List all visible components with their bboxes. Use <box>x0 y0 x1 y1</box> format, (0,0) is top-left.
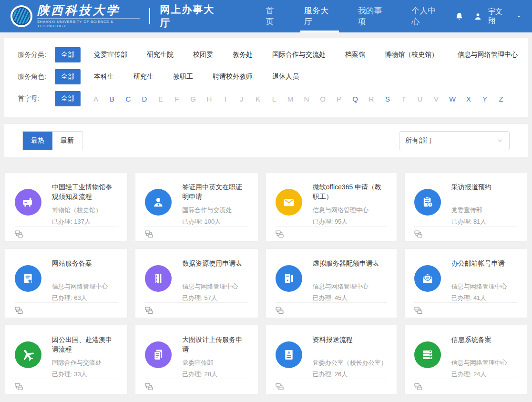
service-card[interactable]: 采访报道预约 党委宣传部 已办理: 81人 <box>404 172 527 242</box>
user-name[interactable]: 宇文翔 <box>488 7 508 25</box>
initial-letter-V[interactable]: V <box>428 95 444 103</box>
nav-item-personal-center[interactable]: 个人中心 <box>400 0 454 32</box>
initial-letter-P[interactable]: P <box>331 95 347 103</box>
service-handled-count: 已办理: 137人 <box>52 217 118 226</box>
service-card[interactable]: 微软office365 申请（教职工） 信息与网络管理中心 已办理: 95人 <box>266 172 397 242</box>
flow-icon[interactable] <box>145 230 153 238</box>
initial-letter-W[interactable]: W <box>444 95 460 103</box>
initial-letter-S[interactable]: S <box>379 95 396 103</box>
document-pages-icon <box>145 341 172 368</box>
initial-letter-A[interactable]: A <box>88 95 104 103</box>
initial-letter-B[interactable]: B <box>104 95 120 103</box>
department-select[interactable]: 所有部门 <box>399 131 510 150</box>
clipboard-clock-icon <box>414 189 441 216</box>
category-chip-2[interactable]: 研究生院 <box>141 47 180 62</box>
user-avatar-icon[interactable] <box>472 11 483 22</box>
service-card[interactable]: @ 办公邮箱帐号申请 信息与网络管理中心 已办理: 41人 <box>404 248 527 318</box>
card-divider <box>414 226 517 227</box>
service-department: 信息与网络管理中心 <box>52 282 108 291</box>
initial-letter-O[interactable]: O <box>315 95 331 103</box>
flow-icon[interactable] <box>276 230 284 238</box>
service-title[interactable]: 签证用中英文在职证明申请 <box>182 182 248 201</box>
role-chip-0[interactable]: 全部 <box>55 69 81 84</box>
service-card[interactable]: 中国轻工业博物馆参观须知及流程 博物馆（校史馆） 已办理: 137人 <box>5 172 128 242</box>
initial-letter-M[interactable]: M <box>282 95 298 103</box>
service-title[interactable]: 因公出国、赴港澳申请流程 <box>52 335 118 354</box>
service-handled-count: 已办理: 24人 <box>451 370 507 379</box>
flow-icon[interactable] <box>15 307 23 314</box>
initial-chip-all[interactable]: 全部 <box>55 91 81 106</box>
nav-item-service-hall[interactable]: 服务大厅 <box>293 0 347 32</box>
service-title[interactable]: 大图设计上传服务申请 <box>182 335 248 354</box>
role-chip-5[interactable]: 退休人员 <box>266 69 305 84</box>
notification-bell-icon[interactable] <box>454 11 465 22</box>
initial-letter-C[interactable]: C <box>120 95 136 103</box>
service-card[interactable]: 网站服务备案 信息与网络管理中心 已办理: 63人 <box>5 248 128 318</box>
nav-item-home[interactable]: 首页 <box>255 0 293 32</box>
role-chip-2[interactable]: 研究生 <box>127 69 160 84</box>
category-chip-3[interactable]: 校团委 <box>187 47 219 62</box>
initial-letter-L[interactable]: L <box>266 95 282 103</box>
service-title[interactable]: 资料报送流程 <box>313 335 387 354</box>
flow-icon[interactable] <box>276 307 284 314</box>
service-title[interactable]: 办公邮箱帐号申请 <box>451 258 507 278</box>
role-chip-3[interactable]: 教职工 <box>167 69 199 84</box>
role-chip-1[interactable]: 本科生 <box>88 69 120 84</box>
category-chip-0[interactable]: 全部 <box>55 47 81 62</box>
chevron-down-icon[interactable] <box>516 14 522 19</box>
flow-icon[interactable] <box>276 383 284 391</box>
initial-letter-Z[interactable]: Z <box>493 95 509 103</box>
service-card[interactable]: 虚拟服务器配额申请表 信息与网络管理中心 已办理: 45人 <box>266 248 397 318</box>
tab-hottest[interactable]: 最热 <box>23 132 52 150</box>
initial-letter-G[interactable]: G <box>185 95 201 103</box>
role-chip-4[interactable]: 聘请校外教师 <box>206 69 259 84</box>
notebook-icon <box>145 265 172 292</box>
service-title[interactable]: 数据资源使用申请表 <box>182 258 242 278</box>
initial-letter-E[interactable]: E <box>153 95 169 103</box>
initial-letter-I[interactable]: I <box>217 95 234 103</box>
service-card[interactable]: 因公出国、赴港澳申请流程 国际合作与交流处 已办理: 33人 <box>5 325 128 394</box>
service-card[interactable]: 大图设计上传服务申请 党委宣传部 已办理: 28人 <box>135 325 258 394</box>
service-title[interactable]: 采访报道预约 <box>451 182 491 201</box>
service-card[interactable]: 信息系统备案 信息与网络管理中心 已办理: 24人 <box>404 325 527 394</box>
category-chip-8[interactable]: 信息与网络管理中心 <box>451 47 524 62</box>
initial-letter-J[interactable]: J <box>234 95 250 103</box>
category-chip-4[interactable]: 教务处 <box>226 47 259 62</box>
service-title[interactable]: 微软office365 申请（教职工） <box>313 182 387 201</box>
category-chip-7[interactable]: 博物馆（校史馆） <box>379 47 444 62</box>
initial-letter-N[interactable]: N <box>298 95 315 103</box>
initial-letter-T[interactable]: T <box>396 95 412 103</box>
service-title[interactable]: 虚拟服务器配额申请表 <box>313 258 379 278</box>
flow-icon[interactable] <box>414 307 422 314</box>
service-card[interactable]: 数据资源使用申请表 信息与网络管理中心 已办理: 57人 <box>135 248 258 318</box>
initial-letter-Q[interactable]: Q <box>347 95 363 103</box>
category-chip-5[interactable]: 国际合作与交流处 <box>266 47 332 62</box>
card-divider <box>276 302 387 303</box>
document-a-icon: A <box>276 341 302 368</box>
initial-letter-R[interactable]: R <box>363 95 379 103</box>
service-title[interactable]: 网站服务备案 <box>52 258 108 278</box>
initial-letter-D[interactable]: D <box>136 95 153 103</box>
category-chip-6[interactable]: 档案馆 <box>339 47 371 62</box>
service-card[interactable]: A 资料报送流程 党委办公室（校长办公室） 已办理: 26人 <box>266 325 397 394</box>
flow-icon[interactable] <box>15 383 23 391</box>
initial-letter-H[interactable]: H <box>201 95 217 103</box>
flow-icon[interactable] <box>15 230 23 238</box>
flow-icon[interactable] <box>145 383 153 391</box>
category-chip-1[interactable]: 党委宣传部 <box>88 47 133 62</box>
flow-icon[interactable] <box>145 307 153 314</box>
card-divider <box>414 302 517 303</box>
initial-letter-F[interactable]: F <box>169 95 185 103</box>
sort-toggle: 最热 最新 <box>22 131 82 150</box>
flow-icon[interactable] <box>414 383 422 391</box>
service-title[interactable]: 信息系统备案 <box>451 335 507 354</box>
flow-icon[interactable] <box>414 230 422 238</box>
tab-newest[interactable]: 最新 <box>52 132 82 150</box>
initial-letter-X[interactable]: X <box>460 95 477 103</box>
initial-letter-K[interactable]: K <box>250 95 266 103</box>
service-title[interactable]: 中国轻工业博物馆参观须知及流程 <box>52 182 118 201</box>
initial-letter-U[interactable]: U <box>412 95 428 103</box>
initial-letter-Y[interactable]: Y <box>477 95 493 103</box>
nav-item-my-matters[interactable]: 我的事项 <box>347 0 400 32</box>
service-card[interactable]: 签证用中英文在职证明申请 国际合作与交流处 已办理: 100人 <box>135 172 258 242</box>
